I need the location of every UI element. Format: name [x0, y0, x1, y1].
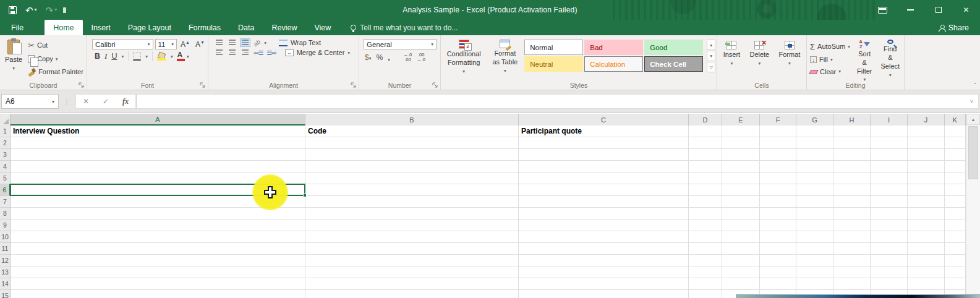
- cell-I7[interactable]: [871, 196, 908, 208]
- percent-style-button[interactable]: %: [376, 53, 383, 62]
- cell-J14[interactable]: [908, 278, 945, 290]
- row-header-4[interactable]: 4: [0, 161, 11, 172]
- cell-E11[interactable]: [722, 243, 760, 255]
- cell-I6[interactable]: [871, 184, 908, 196]
- fill-color-button[interactable]: [157, 53, 166, 61]
- cell-K10[interactable]: [945, 231, 966, 243]
- cell-style-normal[interactable]: Normal: [524, 40, 583, 55]
- cell-K6[interactable]: [945, 184, 966, 196]
- cell-C12[interactable]: [519, 255, 689, 266]
- cell-E8[interactable]: [722, 208, 760, 219]
- cell-K1[interactable]: [945, 126, 966, 137]
- cell-G10[interactable]: [796, 231, 833, 243]
- cell-B2[interactable]: [305, 137, 519, 149]
- cell-H14[interactable]: [833, 278, 871, 290]
- column-header-D[interactable]: D: [689, 114, 722, 126]
- vertical-scrollbar[interactable]: ▲: [966, 114, 980, 298]
- format-dropdown-icon[interactable]: ▾: [788, 61, 791, 66]
- cell-A7[interactable]: [11, 196, 305, 208]
- borders-dropdown-icon[interactable]: ▾: [145, 54, 148, 59]
- bold-button[interactable]: B: [95, 52, 100, 61]
- cell-D3[interactable]: [689, 149, 722, 161]
- column-header-I[interactable]: I: [871, 114, 908, 126]
- cell-H3[interactable]: [833, 149, 871, 161]
- cell-J13[interactable]: [908, 266, 945, 278]
- clear-button[interactable]: Clear▾: [808, 67, 852, 77]
- cell-A3[interactable]: [11, 149, 305, 161]
- gallery-scroll-up-button[interactable]: ▲: [707, 40, 715, 50]
- cell-G14[interactable]: [796, 278, 833, 290]
- cell-D5[interactable]: [689, 172, 722, 184]
- underline-button[interactable]: U: [111, 52, 117, 61]
- cell-K4[interactable]: [945, 161, 966, 172]
- cell-D14[interactable]: [689, 278, 722, 290]
- font-size-combo[interactable]: 11▾: [155, 39, 177, 49]
- tab-formulas[interactable]: Formulas: [180, 20, 229, 35]
- tab-review[interactable]: Review: [263, 20, 305, 35]
- save-button[interactable]: [9, 6, 17, 14]
- cell-K14[interactable]: [945, 278, 966, 290]
- format-as-table-button[interactable]: Format as Table ▾: [488, 38, 522, 80]
- cell-B7[interactable]: [305, 196, 519, 208]
- cell-K12[interactable]: [945, 255, 966, 266]
- cell-A4[interactable]: [11, 161, 305, 172]
- cell-D10[interactable]: [689, 231, 722, 243]
- cell-A5[interactable]: [11, 172, 305, 184]
- cell-D9[interactable]: [689, 219, 722, 231]
- borders-button[interactable]: [133, 53, 141, 61]
- conditional-formatting-button[interactable]: Conditional Formatting ▾: [442, 38, 485, 80]
- cell-D11[interactable]: [689, 243, 722, 255]
- column-header-J[interactable]: J: [908, 114, 945, 126]
- cell-F2[interactable]: [760, 137, 796, 149]
- cell-I9[interactable]: [871, 219, 908, 231]
- cell-H6[interactable]: [833, 184, 871, 196]
- row-header-12[interactable]: 12: [0, 255, 11, 266]
- cell-A11[interactable]: [11, 243, 305, 255]
- cell-J3[interactable]: [908, 149, 945, 161]
- maximize-button[interactable]: [924, 0, 952, 20]
- close-button[interactable]: ✕: [952, 0, 980, 20]
- merge-center-button[interactable]: ↔ Merge & Center ▾: [285, 49, 350, 56]
- format-cells-button[interactable]: Format ▾: [775, 39, 804, 80]
- cell-F13[interactable]: [760, 266, 796, 278]
- cell-C11[interactable]: [519, 243, 689, 255]
- share-button[interactable]: Share: [932, 22, 975, 34]
- decrease-decimal-button[interactable]: .00→.0: [417, 53, 425, 63]
- cell-I10[interactable]: [871, 231, 908, 243]
- row-header-11[interactable]: 11: [0, 243, 11, 255]
- cell-D2[interactable]: [689, 137, 722, 149]
- cell-B8[interactable]: [305, 208, 519, 219]
- tab-view[interactable]: View: [305, 20, 339, 35]
- cell-J9[interactable]: [908, 219, 945, 231]
- format-painter-button[interactable]: Format Painter: [26, 67, 85, 77]
- align-left-button[interactable]: [215, 49, 224, 56]
- cell-C8[interactable]: [519, 208, 689, 219]
- name-box-dropdown-icon[interactable]: ▾: [52, 99, 54, 104]
- cell-I3[interactable]: [871, 149, 908, 161]
- column-header-H[interactable]: H: [833, 114, 871, 126]
- tab-insert[interactable]: Insert: [83, 20, 119, 35]
- cell-K9[interactable]: [945, 219, 966, 231]
- cell-B11[interactable]: [305, 243, 519, 255]
- undo-button[interactable]: ↶▾: [25, 6, 37, 15]
- cell-A1[interactable]: Interview Question: [11, 126, 305, 137]
- font-dialog-launcher[interactable]: [200, 82, 206, 88]
- cell-F1[interactable]: [760, 126, 796, 137]
- select-all-button[interactable]: [0, 114, 11, 126]
- cell-E12[interactable]: [722, 255, 760, 266]
- cell-I11[interactable]: [871, 243, 908, 255]
- cell-E13[interactable]: [722, 266, 760, 278]
- find-select-button[interactable]: Find & Select ▾: [877, 38, 904, 80]
- autosum-button[interactable]: ΣAutoSum▾: [808, 41, 852, 53]
- cell-style-check-cell[interactable]: Check Cell: [644, 56, 703, 72]
- cell-F9[interactable]: [760, 219, 796, 231]
- cell-F6[interactable]: [760, 184, 796, 196]
- cell-K8[interactable]: [945, 208, 966, 219]
- gallery-more-button[interactable]: ▽: [707, 62, 715, 72]
- delete-cells-button[interactable]: Delete ▾: [746, 39, 773, 80]
- font-color-dropdown-icon[interactable]: ▾: [187, 54, 189, 59]
- cell-A15[interactable]: [11, 290, 305, 298]
- cell-F14[interactable]: [760, 278, 796, 290]
- cell-H10[interactable]: [833, 231, 871, 243]
- row-header-2[interactable]: 2: [0, 137, 11, 149]
